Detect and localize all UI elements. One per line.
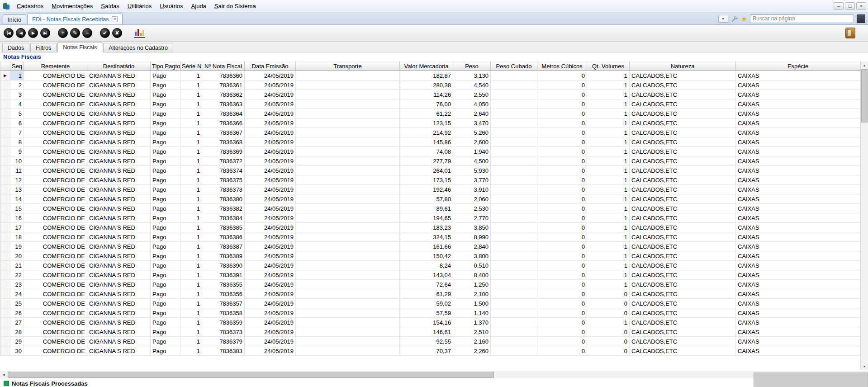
menu-utilitarios[interactable]: Utilitários — [123, 0, 156, 12]
menu-saidas[interactable]: Saídas — [97, 0, 123, 12]
scroll-down-icon[interactable]: ▼ — [861, 363, 868, 370]
first-record-button[interactable]: |◀ — [4, 28, 14, 38]
horizontal-scroll-thumb[interactable] — [8, 372, 494, 378]
table-row[interactable]: 14COMERCIO DECIGANNA S REDPago1783638024… — [0, 194, 860, 204]
table-row[interactable]: 9COMERCIO DECIGANNA S REDPago1783636924/… — [0, 147, 860, 156]
subtab-filtros[interactable]: Filtros — [30, 43, 57, 52]
tab-edi-notas-fiscais-recebidas[interactable]: EDI - Notas Fiscais Recebidas× — [27, 14, 123, 24]
table-row[interactable]: 26COMERCIO DECIGANNA S REDPago1783635824… — [0, 308, 860, 318]
page-search-input[interactable] — [750, 14, 854, 23]
vertical-scroll-thumb[interactable] — [861, 69, 868, 123]
table-row[interactable]: 13COMERCIO DECIGANNA S REDPago1783637824… — [0, 185, 860, 194]
cell-remetente: COMERCIO DE — [24, 118, 87, 128]
menu-cadastros[interactable]: Cadastros — [13, 0, 47, 12]
table-row[interactable]: 11COMERCIO DECIGANNA S REDPago1783637424… — [0, 166, 860, 175]
scroll-up-icon[interactable]: ▲ — [861, 61, 868, 69]
subtab-alteracoes-no-cadastro[interactable]: Alterações no Cadastro — [103, 43, 173, 52]
cell-num_nota: 7836391 — [202, 270, 245, 280]
col-header-serie_nf[interactable]: Série NF — [180, 62, 202, 71]
restore-button[interactable]: □ — [845, 2, 855, 10]
table-row[interactable]: 5COMERCIO DECIGANNA S REDPago1783636424/… — [0, 109, 860, 118]
dropdown-button[interactable]: ▾ — [718, 15, 728, 23]
prior-record-button[interactable]: ◀ — [16, 28, 26, 38]
subtab-notas-fiscais[interactable]: Notas Fiscais — [57, 42, 102, 52]
table-row[interactable]: 16COMERCIO DECIGANNA S REDPago1783638424… — [0, 213, 860, 223]
table-row[interactable]: 22COMERCIO DECIGANNA S REDPago1783639124… — [0, 270, 860, 280]
chart-bar-icon — [140, 33, 142, 36]
table-row[interactable]: 23COMERCIO DECIGANNA S REDPago1783635524… — [0, 280, 860, 289]
confirm-button[interactable]: ✔ — [100, 28, 110, 38]
col-header-transporte[interactable]: Transporte — [296, 62, 400, 71]
table-row[interactable]: 7COMERCIO DECIGANNA S REDPago1783636724/… — [0, 128, 860, 137]
cell-natureza: CALCADOS,ETC — [630, 204, 736, 213]
cell-metros_cubicos: 0 — [537, 251, 587, 261]
wrench-icon[interactable] — [731, 15, 739, 23]
col-header-peso_cubado[interactable]: Peso Cubado — [491, 62, 537, 71]
search-options-button[interactable] — [857, 14, 865, 23]
col-header-remetente[interactable]: Remetente — [24, 62, 87, 71]
col-header-valor_mercadoria[interactable]: Valor Mercadoria — [400, 62, 453, 71]
table-row[interactable]: 6COMERCIO DECIGANNA S REDPago1783636624/… — [0, 118, 860, 128]
col-header-natureza[interactable]: Natureza — [630, 62, 736, 71]
col-header-especie[interactable]: Espécie — [736, 62, 860, 71]
table-row[interactable]: 2COMERCIO DECIGANNA S REDPago1783636124/… — [0, 80, 860, 90]
delete-record-button[interactable]: − — [82, 28, 92, 38]
table-row[interactable]: 24COMERCIO DECIGANNA S REDPago1783635624… — [0, 289, 860, 299]
menu-sair-do-sistema[interactable]: Sair do Sistema — [210, 0, 260, 12]
cell-tipo_pagto: Pago — [151, 242, 180, 251]
subtab-dados[interactable]: Dados — [2, 43, 29, 52]
table-row[interactable]: 17COMERCIO DECIGANNA S REDPago1783638524… — [0, 223, 860, 232]
col-header-seq[interactable]: Seq — [10, 62, 24, 71]
cancel-button[interactable]: ✘ — [112, 28, 122, 38]
tab-inicio[interactable]: Início — [3, 14, 26, 24]
insert-record-button[interactable]: + — [58, 28, 68, 38]
col-header-peso[interactable]: Peso — [453, 62, 491, 71]
cell-num_nota: 7836378 — [202, 185, 245, 194]
close-button[interactable]: × — [856, 2, 866, 10]
table-row[interactable]: 18COMERCIO DECIGANNA S REDPago1783638624… — [0, 232, 860, 242]
chart-button[interactable] — [134, 28, 145, 38]
edit-record-button[interactable]: ✎ — [70, 28, 80, 38]
menu-movimentacoes[interactable]: Movimentações — [47, 0, 97, 12]
row-indicator-cell — [0, 242, 10, 251]
table-row[interactable]: 29COMERCIO DECIGANNA S REDPago1783637924… — [0, 337, 860, 346]
tab-close-icon[interactable]: × — [112, 16, 118, 22]
cell-seq: 25 — [10, 299, 24, 308]
next-record-button[interactable]: ▶ — [28, 28, 38, 38]
menu-usuarios[interactable]: Usuários — [156, 0, 187, 12]
last-record-button[interactable]: ▶| — [40, 28, 50, 38]
table-row[interactable]: 27COMERCIO DECIGANNA S REDPago1783635924… — [0, 318, 860, 327]
favorite-star-icon[interactable]: ★ — [741, 15, 747, 22]
col-header-data_emissao[interactable]: Data Emissão — [245, 62, 296, 71]
table-row[interactable]: 30COMERCIO DECIGANNA S REDPago1783638324… — [0, 346, 860, 356]
table-row[interactable]: ▶1COMERCIO DECIGANNA S REDPago1783636024… — [0, 71, 860, 80]
table-row[interactable]: 12COMERCIO DECIGANNA S REDPago1783637524… — [0, 175, 860, 185]
cell-serie_nf: 1 — [180, 147, 202, 156]
cell-especie: CAIXAS — [736, 90, 860, 99]
table-row[interactable]: 25COMERCIO DECIGANNA S REDPago1783635724… — [0, 299, 860, 308]
menu-ajuda[interactable]: Ajuda — [187, 0, 210, 12]
horizontal-scrollbar[interactable]: ◀ ▶ — [0, 371, 868, 378]
table-row[interactable]: 10COMERCIO DECIGANNA S REDPago1783637224… — [0, 156, 860, 166]
cell-especie: CAIXAS — [736, 337, 860, 346]
col-header-qt_volumes[interactable]: Qt. Volumes — [587, 62, 630, 71]
table-row[interactable]: 15COMERCIO DECIGANNA S REDPago1783638224… — [0, 204, 860, 213]
vertical-scrollbar[interactable]: ▲ ▼ — [860, 61, 868, 370]
cell-peso_cubado — [491, 185, 537, 194]
table-row[interactable]: 8COMERCIO DECIGANNA S REDPago1783636824/… — [0, 137, 860, 147]
table-row[interactable]: 21COMERCIO DECIGANNA S REDPago1783639024… — [0, 261, 860, 270]
col-header-destinatario[interactable]: Destinatário — [87, 62, 151, 71]
col-header-num_nota[interactable]: Nº Nota Fiscal — [202, 62, 245, 71]
col-header-tipo_pagto[interactable]: Tipo Pagto — [151, 62, 180, 71]
minimize-button[interactable]: – — [834, 2, 844, 10]
table-row[interactable]: 19COMERCIO DECIGANNA S REDPago1783638724… — [0, 242, 860, 251]
table-row[interactable]: 28COMERCIO DECIGANNA S REDPago1783637324… — [0, 327, 860, 337]
table-row[interactable]: 4COMERCIO DECIGANNA S REDPago1783636324/… — [0, 99, 860, 109]
table-row[interactable]: 3COMERCIO DECIGANNA S REDPago1783636224/… — [0, 90, 860, 99]
exit-button[interactable] — [845, 28, 855, 38]
col-header-metros_cubicos[interactable]: Metros Cúbicos — [537, 62, 587, 71]
table-row[interactable]: 20COMERCIO DECIGANNA S REDPago1783638924… — [0, 251, 860, 261]
cell-transporte — [296, 261, 400, 270]
scroll-left-icon[interactable]: ◀ — [0, 371, 7, 378]
cell-peso_cubado — [491, 175, 537, 185]
